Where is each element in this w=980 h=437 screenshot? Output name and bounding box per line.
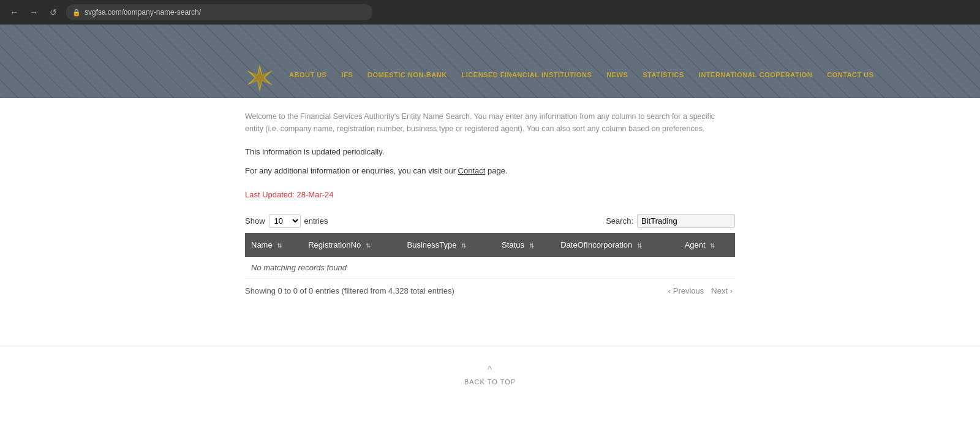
security-icon: 🔒 <box>72 9 81 17</box>
nav-item-ifs[interactable]: IFS <box>334 69 360 81</box>
intro-paragraph: Welcome to the Financial Services Author… <box>245 110 735 135</box>
col-business-type[interactable]: BusinessType ⇅ <box>401 233 496 257</box>
back-to-top-arrow[interactable]: ^ <box>0 365 980 376</box>
nav-item-international-cooperation[interactable]: INTERNATIONAL COOPERATION <box>692 69 820 81</box>
search-box: Search: <box>606 214 735 228</box>
site-header: ABOUT US IFS DOMESTIC NON-BANK LICENSED … <box>0 25 980 98</box>
forward-button[interactable]: → <box>27 6 40 19</box>
col-status[interactable]: Status ⇅ <box>496 233 554 257</box>
show-entries-control: Show 10 25 50 100 entries <box>245 214 328 228</box>
data-table: Name ⇅ RegistrationNo ⇅ BusinessType ⇅ S… <box>245 233 735 279</box>
nav-item-statistics[interactable]: STATISTICS <box>635 69 692 81</box>
table-controls: Show 10 25 50 100 entries Search: <box>245 214 735 228</box>
contact-paragraph: For any additional information or enquir… <box>245 166 735 175</box>
col-date-of-incorporation[interactable]: DateOfIncorporation ⇅ <box>554 233 678 257</box>
nav-item-about-us[interactable]: ABOUT US <box>282 69 334 81</box>
main-content: Welcome to the Financial Services Author… <box>0 98 980 321</box>
no-records-row: No matching records found <box>245 257 735 279</box>
last-updated-label: Last Updated: <box>245 190 295 199</box>
back-to-top-label[interactable]: BACK TO TOP <box>464 378 516 386</box>
show-label: Show <box>245 216 265 226</box>
contact-link[interactable]: Contact <box>458 166 486 175</box>
info-updated-text: This information is updated periodically… <box>245 147 735 156</box>
table-body: No matching records found <box>245 257 735 279</box>
nav-item-domestic-non-bank[interactable]: DOMESTIC NON-BANK <box>360 69 454 81</box>
entries-select[interactable]: 10 25 50 100 <box>269 214 301 228</box>
nav-item-news[interactable]: NEWS <box>599 69 635 81</box>
url-bar[interactable]: 🔒 svgfsa.com/company-name-search/ <box>66 4 372 20</box>
footer: ^ BACK TO TOP <box>0 346 980 398</box>
last-updated-date: 28-Mar-24 <box>297 190 334 199</box>
nav-item-licensed-financial[interactable]: LICENSED FINANCIAL INSTITUTIONS <box>454 69 600 81</box>
next-button[interactable]: Next › <box>709 285 735 297</box>
sort-icon-reg: ⇅ <box>366 242 371 249</box>
sort-icon-agent: ⇅ <box>710 242 715 249</box>
sort-icon-status: ⇅ <box>529 242 534 249</box>
contact-prefix: For any additional information or enquir… <box>245 166 458 175</box>
pagination-controls: ‹ Previous Next › <box>666 285 735 297</box>
sort-icon-date: ⇅ <box>637 242 642 249</box>
contact-suffix: page. <box>485 166 507 175</box>
pagination-summary: Showing 0 to 0 of 0 entries (filtered fr… <box>245 286 454 295</box>
no-records-message: No matching records found <box>245 257 735 279</box>
reload-button[interactable]: ↺ <box>47 6 60 19</box>
table-header: Name ⇅ RegistrationNo ⇅ BusinessType ⇅ S… <box>245 233 735 257</box>
previous-button[interactable]: ‹ Previous <box>666 285 707 297</box>
back-button[interactable]: ← <box>7 6 21 19</box>
col-agent[interactable]: Agent ⇅ <box>679 233 735 257</box>
last-updated-text: Last Updated: 28-Mar-24 <box>245 190 735 199</box>
pagination-row: Showing 0 to 0 of 0 entries (filtered fr… <box>245 285 735 297</box>
entries-label: entries <box>304 216 328 226</box>
url-text: svgfsa.com/company-name-search/ <box>85 8 201 17</box>
col-registration-no[interactable]: RegistrationNo ⇅ <box>302 233 401 257</box>
search-input[interactable] <box>637 214 735 228</box>
main-navigation: ABOUT US IFS DOMESTIC NON-BANK LICENSED … <box>0 69 881 81</box>
col-name[interactable]: Name ⇅ <box>245 233 302 257</box>
sort-icon-biz: ⇅ <box>461 242 466 249</box>
nav-item-contact-us[interactable]: CONTACT US <box>820 69 881 81</box>
browser-chrome: ← → ↺ 🔒 svgfsa.com/company-name-search/ <box>0 0 980 25</box>
sort-icon-name: ⇅ <box>277 242 282 249</box>
search-label: Search: <box>606 216 633 226</box>
